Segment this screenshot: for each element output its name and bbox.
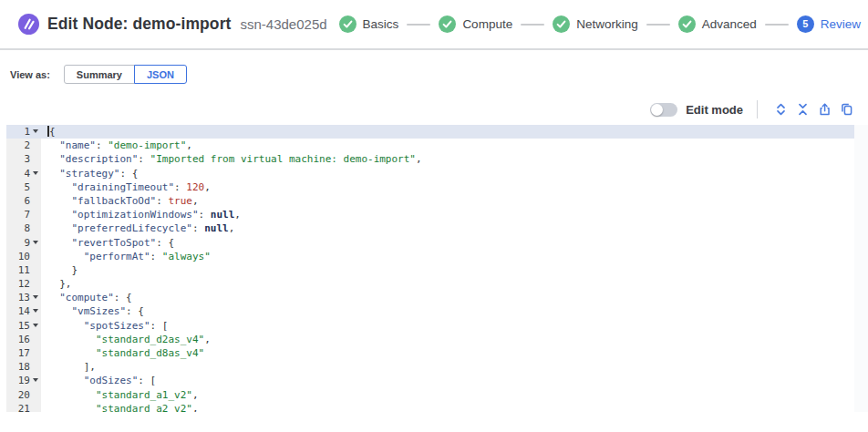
editor-line[interactable]: 2 "name": "demo-import", <box>0 139 854 152</box>
line-number: 17 <box>0 346 41 360</box>
step-basics[interactable]: Basics <box>339 15 399 33</box>
code-content[interactable]: "vmSizes": { <box>41 304 144 318</box>
fold-toggle-icon[interactable] <box>33 295 38 299</box>
code-content[interactable]: "spotSizes": [ <box>41 319 168 333</box>
view-as-label: View as: <box>10 69 50 80</box>
code-content[interactable]: "standard_a1_v2", <box>41 388 199 402</box>
header-title-group: Edit Node: demo-import ssn-43de025d <box>18 0 327 48</box>
editor-line[interactable]: 19 "odSizes": [ <box>0 374 854 387</box>
code-content[interactable]: "optimizationWindows": null, <box>41 208 241 221</box>
line-number: 19 <box>0 374 41 387</box>
code-content[interactable]: "fallbackToOd": true, <box>41 194 199 208</box>
line-number: 12 <box>0 277 41 291</box>
code-content[interactable]: }, <box>41 277 72 291</box>
code-content[interactable]: { <box>41 125 56 139</box>
editor-line[interactable]: 11 } <box>0 263 854 277</box>
page-title: Edit Node: demo-import <box>47 15 232 34</box>
editor-line[interactable]: 12 }, <box>0 277 854 291</box>
line-number: 3 <box>0 152 41 166</box>
line-number: 9 <box>0 236 41 250</box>
export-icon[interactable] <box>817 102 832 117</box>
editor-line[interactable]: 15 "spotSizes": [ <box>0 319 854 333</box>
editor-line[interactable]: 10 "performAt": "always" <box>0 250 854 263</box>
step-number-badge: 5 <box>797 15 814 33</box>
line-number: 21 <box>0 402 41 412</box>
editor-line[interactable]: 9 "revertToSpot": { <box>0 236 854 250</box>
code-content[interactable]: "standard_a2_v2", <box>41 402 199 412</box>
step-check-icon <box>339 15 356 33</box>
code-content[interactable]: "description": "Imported from virtual ma… <box>41 152 422 166</box>
step-compute[interactable]: Compute <box>439 15 512 33</box>
code-content[interactable]: } <box>41 263 78 277</box>
editor-line[interactable]: 8 "preferredLifecycle": null, <box>0 221 854 235</box>
editor-toolbar: Edit mode <box>650 98 857 121</box>
line-number: 14 <box>0 304 41 318</box>
code-content[interactable]: "drainingTimeout": 120, <box>41 180 211 194</box>
editor-line[interactable]: 1{ <box>0 125 854 139</box>
code-content[interactable]: "revertToSpot": { <box>41 236 174 250</box>
step-connector <box>765 24 789 26</box>
collapse-all-icon[interactable] <box>795 102 810 117</box>
view-as-row: View as: Summary JSON <box>10 65 187 84</box>
step-review[interactable]: 5Review <box>797 15 861 33</box>
editor-line[interactable]: 21 "standard_a2_v2", <box>0 402 854 412</box>
code-content[interactable]: "standard_d8as_v4" <box>41 346 204 360</box>
editor-line[interactable]: 5 "drainingTimeout": 120, <box>0 180 854 194</box>
step-label: Review <box>821 17 861 31</box>
fold-toggle-icon[interactable] <box>33 241 38 244</box>
fold-toggle-icon[interactable] <box>33 171 38 175</box>
line-number: 15 <box>0 319 41 333</box>
edit-mode-label: Edit mode <box>686 103 743 117</box>
code-content[interactable]: ], <box>41 360 96 374</box>
step-check-icon <box>678 15 696 33</box>
step-label: Compute <box>462 17 512 31</box>
copy-icon[interactable] <box>839 102 853 117</box>
summary-tab-button[interactable]: Summary <box>64 65 135 84</box>
json-code-editor[interactable]: 1{2 "name": "demo-import",3 "description… <box>0 125 868 412</box>
toolbar-divider <box>757 100 758 118</box>
step-check-icon <box>439 15 456 33</box>
editor-line[interactable]: 4 "strategy": { <box>0 167 854 180</box>
line-number: 16 <box>0 333 41 346</box>
code-content[interactable]: "name": "demo-import", <box>41 139 192 152</box>
editor-line[interactable]: 6 "fallbackToOd": true, <box>0 194 854 208</box>
edit-mode-toggle[interactable] <box>650 103 677 117</box>
step-connector <box>646 24 670 26</box>
editor-line[interactable]: 14 "vmSizes": { <box>0 304 854 318</box>
code-content[interactable]: "strategy": { <box>41 167 138 180</box>
line-number: 6 <box>0 194 41 208</box>
editor-line[interactable]: 13 "compute": { <box>0 291 854 304</box>
step-advanced[interactable]: Advanced <box>678 15 757 33</box>
code-content[interactable]: "performAt": "always" <box>41 250 211 263</box>
app-header: Edit Node: demo-import ssn-43de025d Basi… <box>0 0 868 50</box>
line-number: 13 <box>0 291 41 304</box>
fold-toggle-icon[interactable] <box>33 129 38 133</box>
spot-logo-icon <box>18 14 39 35</box>
editor-line[interactable]: 3 "description": "Imported from virtual … <box>0 152 854 166</box>
code-content[interactable]: "preferredLifecycle": null, <box>41 221 234 235</box>
line-number: 10 <box>0 250 41 263</box>
fold-toggle-icon[interactable] <box>33 309 38 313</box>
node-id: ssn-43de025d <box>241 16 327 32</box>
step-label: Basics <box>363 17 399 31</box>
view-as-segmented-control: Summary JSON <box>64 65 187 84</box>
fold-toggle-icon[interactable] <box>33 378 38 382</box>
line-number: 11 <box>0 263 41 277</box>
editor-line[interactable]: 18 ], <box>0 360 854 374</box>
editor-line[interactable]: 20 "standard_a1_v2", <box>0 388 854 402</box>
wizard-stepper: BasicsComputeNetworkingAdvanced5Review <box>339 0 861 48</box>
editor-line[interactable]: 7 "optimizationWindows": null, <box>0 208 854 221</box>
step-label: Advanced <box>702 17 757 31</box>
code-content[interactable]: "compute": { <box>41 291 132 304</box>
line-number: 5 <box>0 180 41 194</box>
json-tab-button[interactable]: JSON <box>134 65 187 84</box>
step-networking[interactable]: Networking <box>553 15 638 33</box>
fold-toggle-icon[interactable] <box>33 324 38 327</box>
editor-line[interactable]: 16 "standard_d2as_v4", <box>0 333 854 346</box>
step-connector <box>407 24 430 26</box>
line-number: 18 <box>0 360 41 374</box>
code-content[interactable]: "odSizes": [ <box>41 374 156 387</box>
expand-all-icon[interactable] <box>773 102 788 117</box>
code-content[interactable]: "standard_d2as_v4", <box>41 333 211 346</box>
editor-line[interactable]: 17 "standard_d8as_v4" <box>0 346 854 360</box>
